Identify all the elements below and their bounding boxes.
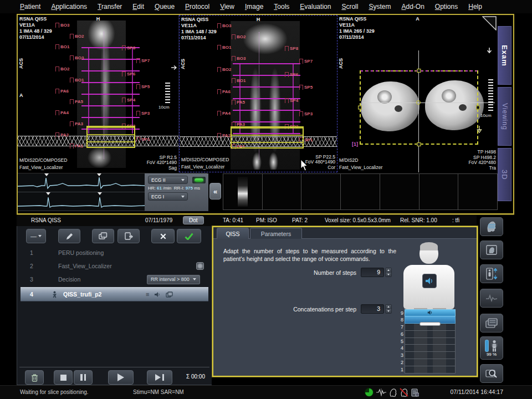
slice-label: PA4 [217, 105, 245, 116]
layout-panels-button[interactable] [480, 314, 503, 332]
queue-row-4-selected[interactable]: 4 QISS_trufi_p2 ≡ [21, 287, 208, 301]
image-filmstrip[interactable] [223, 173, 498, 210]
menu-item[interactable]: Add-On [401, 3, 424, 11]
menu-item[interactable]: Tools [274, 3, 289, 11]
number-of-steps-field[interactable]: 9 [361, 268, 384, 277]
menu-item[interactable]: Applications [51, 3, 87, 11]
slice-label-text: SP6 [290, 72, 298, 77]
queue-row-3[interactable]: 3 Decision RR interval > 800 [21, 273, 208, 286]
menu-item[interactable]: Evaluation [300, 3, 331, 11]
menu-item[interactable]: Queue [155, 3, 175, 11]
step-row[interactable]: 1 [405, 366, 456, 374]
roi-handle[interactable] [417, 142, 421, 146]
menu-item[interactable]: Protocol [185, 3, 209, 11]
play-button[interactable] [108, 370, 134, 385]
slice-label-text: BO3 [60, 23, 69, 28]
decision-condition-dropdown[interactable]: RR interval > 800 [147, 275, 200, 284]
stop-button[interactable] [54, 370, 73, 385]
discard-button[interactable] [25, 370, 44, 385]
table-position-button[interactable] [480, 264, 503, 283]
crosshair-center-handle[interactable] [416, 100, 421, 105]
step-row[interactable]: 4 [405, 345, 456, 352]
trigger-marker-icon [97, 173, 101, 176]
filmstrip-cell[interactable] [223, 174, 263, 209]
step-row[interactable]: 3 [405, 352, 456, 359]
dot-button[interactable]: Dot [183, 216, 204, 224]
queue-row-2[interactable]: 2 Fast_View_Localizer [21, 259, 208, 273]
acquisition-time: TA: 0:41 [223, 217, 243, 223]
step-range-drag-handle[interactable] [420, 322, 441, 326]
chevron-down-icon [181, 179, 185, 181]
menu-item[interactable]: Options [435, 3, 458, 11]
fov-roi-box[interactable] [360, 70, 478, 145]
queue-options-button[interactable]: — [26, 229, 46, 243]
trigger-marker-icon [46, 192, 50, 195]
roi-handle[interactable] [358, 106, 362, 110]
battery-status-button[interactable]: 99 % [480, 336, 503, 360]
roi-handle[interactable] [417, 69, 421, 73]
tab-qiss[interactable]: QISS [217, 228, 249, 239]
menu-item[interactable]: System [369, 3, 391, 11]
menu-item[interactable]: Image [245, 3, 263, 11]
menu-item[interactable]: View [220, 3, 234, 11]
concatenations-field[interactable]: 3 [361, 304, 384, 314]
ecg-lead-select-top[interactable]: ECG II [148, 176, 188, 184]
filmstrip-cell[interactable] [380, 174, 420, 209]
viewport-sagittal[interactable]: RSNA QISSVE11A1 IMA 48 / 32907/11/2014 H… [18, 15, 179, 172]
apply-step-button[interactable] [177, 229, 201, 243]
head-image-button[interactable] [480, 241, 503, 259]
filmstrip-cell[interactable] [341, 174, 380, 209]
patient-birth-date: 07/11/1979 [145, 217, 172, 223]
slice-marker-icon [232, 100, 236, 105]
menu-item[interactable]: Scroll [341, 3, 358, 11]
menu-item[interactable]: Transfer [98, 3, 122, 11]
pat-factor: PAT: 2 [292, 217, 308, 223]
roi-handle[interactable] [476, 106, 480, 110]
menu-item[interactable]: Help [468, 3, 482, 11]
collapse-panel-button[interactable]: « [209, 183, 221, 200]
viewport-coronal[interactable]: RSNA QISSVE11A1 IMA 148 / 32907/11/2014 … [179, 15, 337, 172]
slice-group-overlay[interactable] [231, 126, 304, 149]
slice-label-text: SP5 [304, 85, 313, 90]
tab-viewing[interactable]: Viewing [498, 87, 511, 146]
menu-item[interactable]: Patient [20, 3, 40, 11]
slice-marker-icon [232, 78, 236, 83]
slice-label-text: BO2 [222, 67, 231, 72]
trigger-marker-icon [44, 173, 49, 176]
slice-label: BO2 [232, 28, 245, 39]
skip-button[interactable] [147, 370, 172, 385]
corner-triangle-icon[interactable] [482, 16, 497, 33]
filmstrip-cell[interactable] [420, 174, 459, 209]
step-row[interactable]: 5 [405, 338, 456, 345]
slice-marker-icon [70, 78, 74, 83]
image-zoom-button[interactable] [480, 364, 503, 383]
filmstrip-cell[interactable] [301, 174, 341, 209]
pencil-icon [65, 232, 74, 241]
step-row[interactable]: 6 [405, 331, 456, 338]
slice-marker-icon [285, 72, 289, 77]
menu-item[interactable]: Edit [132, 3, 144, 11]
cancel-step-button[interactable] [151, 229, 175, 243]
filmstrip-cell[interactable] [458, 174, 497, 209]
ecg-lead-select-bottom[interactable]: ECG I [148, 192, 188, 201]
tab-3d[interactable]: 3D [498, 148, 511, 201]
edit-protocol-button[interactable] [58, 229, 80, 243]
queue-row-1[interactable]: 1 PERU positioning [21, 246, 208, 259]
insert-protocol-button[interactable] [117, 229, 140, 243]
copy-protocol-button[interactable] [92, 229, 114, 243]
scroll-right-icon[interactable] [171, 63, 177, 73]
scroll-down-icon[interactable] [487, 46, 492, 56]
pause-button[interactable] [74, 370, 93, 385]
tab-parameters[interactable]: Parameters [250, 228, 302, 239]
mouse-cursor [300, 160, 309, 172]
filmstrip-cell[interactable] [263, 174, 302, 209]
head-slices-button[interactable] [480, 217, 503, 236]
image-thumbnail[interactable] [238, 177, 248, 207]
tab-exam[interactable]: Exam [498, 26, 511, 85]
image-info-line: RSNA QISS [19, 16, 52, 22]
slice-group-overlay[interactable] [86, 126, 135, 148]
step-row[interactable]: 2 [405, 359, 456, 366]
step-row[interactable]: 9 [405, 309, 456, 316]
viewport-axial[interactable]: RSNA QISSVE11A1 IMA 265 / 32907/11/2014 … [337, 15, 498, 172]
physio-curve-button[interactable] [480, 289, 503, 308]
